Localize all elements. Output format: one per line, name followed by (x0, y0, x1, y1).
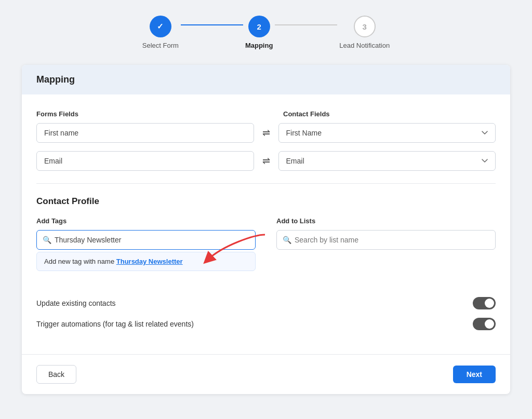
tags-lists-row: Add Tags 🔍 Add new tag with name Thursda… (36, 217, 496, 271)
card-body: Forms Fields Contact Fields ⇌ First Name… (22, 94, 510, 354)
trigger-automations-toggle[interactable] (473, 318, 496, 330)
contact-field-select-1[interactable]: First Name Last Name Email Phone (278, 123, 496, 143)
back-button[interactable]: Back (36, 365, 76, 384)
trigger-automations-label: Trigger automations (for tag & list rela… (36, 320, 194, 328)
add-tags-label: Add Tags (36, 217, 256, 225)
add-to-lists-label: Add to Lists (276, 217, 496, 225)
arrow-icon-2: ⇌ (262, 155, 270, 167)
update-contacts-label: Update existing contacts (36, 299, 116, 307)
step-circle-1: ✓ (150, 16, 171, 37)
toggles-section: Update existing contacts Trigger automat… (36, 297, 496, 330)
suggestion-prefix: Add new tag with name (44, 258, 116, 265)
contact-field-select-2[interactable]: Email First Name Last Name Phone (278, 151, 496, 171)
tags-search-input[interactable] (36, 230, 256, 250)
card-footer: Back Next (22, 354, 510, 394)
step-label-2: Mapping (245, 42, 273, 49)
step-select-form: ✓ Select Form (142, 16, 179, 49)
divider-1 (36, 183, 496, 184)
next-button[interactable]: Next (453, 366, 496, 383)
page-wrapper: ✓ Select Form 2 Mapping 3 Lead Notificat… (10, 16, 522, 394)
connector-1 (181, 24, 243, 25)
card-title: Mapping (36, 74, 75, 85)
connector-2 (275, 24, 337, 25)
lists-search-icon: 🔍 (283, 236, 291, 244)
contact-profile-title: Contact Profile (36, 196, 496, 207)
step-circle-2: 2 (248, 16, 270, 37)
tags-input-wrapper: 🔍 (36, 230, 256, 250)
update-contacts-toggle[interactable] (473, 297, 496, 309)
step-mapping: 2 Mapping (245, 16, 273, 49)
step-circle-3: 3 (354, 16, 376, 37)
mapping-row-1: ⇌ First Name Last Name Email Phone (36, 123, 496, 143)
tag-suggestion-box[interactable]: Add new tag with name Thursday Newslette… (36, 252, 256, 271)
add-to-lists-col: Add to Lists 🔍 (276, 217, 496, 271)
step-label-3: Lead Notification (339, 42, 390, 49)
lists-input-wrapper: 🔍 (276, 230, 496, 250)
form-field-2[interactable] (36, 151, 254, 171)
add-tags-col: Add Tags 🔍 Add new tag with name Thursda… (36, 217, 256, 271)
contact-profile-section: Contact Profile Add Tags 🔍 Add new tag w… (36, 196, 496, 330)
update-contacts-row: Update existing contacts (36, 297, 496, 309)
mapping-headers: Forms Fields Contact Fields (36, 110, 496, 118)
contact-fields-label: Contact Fields (283, 110, 496, 118)
stepper: ✓ Select Form 2 Mapping 3 Lead Notificat… (142, 16, 390, 49)
suggestion-tag-link[interactable]: Thursday Newsletter (116, 258, 183, 265)
main-card: Mapping Forms Fields Contact Fields ⇌ Fi… (22, 65, 510, 394)
form-field-1[interactable] (36, 123, 254, 143)
arrow-icon-1: ⇌ (262, 127, 270, 139)
step-label-1: Select Form (142, 42, 179, 49)
forms-fields-label: Forms Fields (36, 110, 249, 118)
step-lead-notification: 3 Lead Notification (339, 16, 390, 49)
mapping-row-2: ⇌ Email First Name Last Name Phone (36, 151, 496, 171)
trigger-automations-row: Trigger automations (for tag & list rela… (36, 318, 496, 330)
tags-search-icon: 🔍 (43, 236, 51, 244)
card-header: Mapping (22, 65, 510, 94)
lists-search-input[interactable] (276, 230, 496, 250)
